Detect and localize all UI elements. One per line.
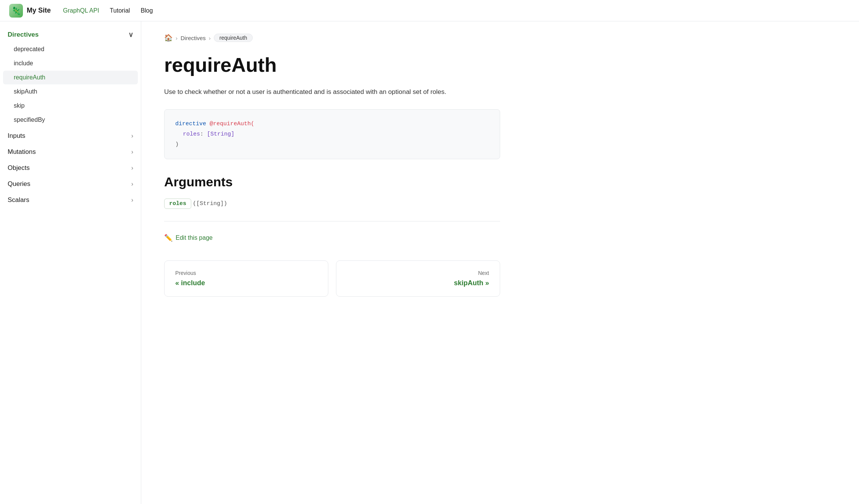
sidebar-item-requireauth[interactable]: requireAuth	[3, 71, 138, 84]
code-directive-name: @requireAuth(	[210, 121, 254, 127]
chevron-right-icon: ›	[131, 181, 133, 187]
argument-name: roles	[164, 199, 191, 209]
sidebar-queries-label: Queries	[8, 180, 31, 188]
nav-cards: Previous « include Next skipAuth »	[164, 260, 500, 297]
code-line-3: )	[175, 139, 489, 150]
sidebar-objects-label: Objects	[8, 164, 30, 172]
topnav-links: GraphQL API Tutorial Blog	[63, 7, 153, 14]
code-arg-name: roles	[183, 131, 200, 137]
sidebar-scalars-label: Scalars	[8, 196, 29, 204]
sidebar-section-mutations[interactable]: Mutations ›	[0, 144, 141, 160]
nav-tutorial[interactable]: Tutorial	[110, 7, 130, 14]
sidebar-section-inputs[interactable]: Inputs ›	[0, 128, 141, 144]
divider	[164, 221, 500, 221]
code-line-1: directive @requireAuth(	[175, 119, 489, 129]
breadcrumb-sep-1: ›	[176, 35, 178, 41]
chevron-right-icon: ›	[131, 165, 133, 171]
prev-nav-card[interactable]: Previous « include	[164, 260, 328, 297]
breadcrumb: 🏠 › Directives › requireAuth	[164, 34, 500, 42]
brand-icon: 🦎	[9, 4, 23, 18]
sidebar-section-scalars[interactable]: Scalars ›	[0, 192, 141, 208]
argument-type: ([String])	[193, 200, 227, 207]
sidebar-section-queries[interactable]: Queries ›	[0, 176, 141, 192]
sidebar-directives-label: Directives	[8, 31, 39, 39]
edit-link-label: Edit this page	[176, 234, 213, 241]
next-label: Next	[347, 270, 489, 276]
breadcrumb-current: requireAuth	[214, 34, 253, 42]
code-line-2: roles: [String]	[175, 129, 489, 139]
page-description: Use to check whether or not a user is au…	[164, 87, 500, 97]
nav-graphql-api[interactable]: GraphQL API	[63, 7, 99, 14]
code-keyword: directive	[175, 121, 210, 127]
brand-name: My Site	[27, 6, 51, 15]
main-content: 🏠 › Directives › requireAuth requireAuth…	[141, 21, 523, 504]
code-colon: :	[200, 131, 207, 137]
sidebar: Directives ∨ deprecated include requireA…	[0, 21, 141, 504]
next-title: skipAuth »	[347, 279, 489, 287]
code-close-paren: )	[175, 141, 179, 148]
sidebar-inputs-label: Inputs	[8, 132, 25, 140]
arguments-title: Arguments	[164, 174, 500, 189]
argument-item-roles: roles ([String])	[164, 199, 500, 209]
chevron-right-icon: ›	[131, 132, 133, 139]
sidebar-mutations-label: Mutations	[8, 148, 36, 156]
pencil-icon: ✏️	[164, 234, 173, 242]
breadcrumb-directives[interactable]: Directives	[181, 35, 206, 41]
prev-label: Previous	[175, 270, 317, 276]
sidebar-section-directives: Directives ∨ deprecated include requireA…	[0, 27, 141, 127]
sidebar-item-include[interactable]: include	[3, 57, 138, 70]
prev-title: « include	[175, 279, 317, 287]
nav-blog[interactable]: Blog	[140, 7, 153, 14]
sidebar-section-objects[interactable]: Objects ›	[0, 160, 141, 176]
sidebar-item-deprecated[interactable]: deprecated	[3, 42, 138, 56]
chevron-right-icon: ›	[131, 149, 133, 155]
sidebar-item-specifiedby[interactable]: specifiedBy	[3, 113, 138, 127]
code-arg-type: [String]	[207, 131, 234, 137]
sidebar-item-skip[interactable]: skip	[3, 99, 138, 113]
chevron-right-icon: ›	[131, 197, 133, 204]
next-nav-card[interactable]: Next skipAuth »	[336, 260, 500, 297]
topnav: 🦎 My Site GraphQL API Tutorial Blog	[0, 0, 859, 21]
page-layout: Directives ∨ deprecated include requireA…	[0, 21, 859, 504]
code-block: directive @requireAuth( roles: [String] …	[164, 109, 500, 159]
sidebar-directives-header[interactable]: Directives ∨	[0, 27, 141, 42]
edit-link[interactable]: ✏️ Edit this page	[164, 234, 500, 242]
chevron-down-icon: ∨	[128, 31, 133, 39]
sidebar-item-skipauth[interactable]: skipAuth	[3, 85, 138, 99]
brand-link[interactable]: 🦎 My Site	[9, 4, 51, 18]
page-title: requireAuth	[164, 54, 500, 76]
breadcrumb-home-icon[interactable]: 🏠	[164, 34, 173, 42]
breadcrumb-sep-2: ›	[209, 35, 211, 41]
sidebar-directives-list: deprecated include requireAuth skipAuth …	[0, 42, 141, 127]
